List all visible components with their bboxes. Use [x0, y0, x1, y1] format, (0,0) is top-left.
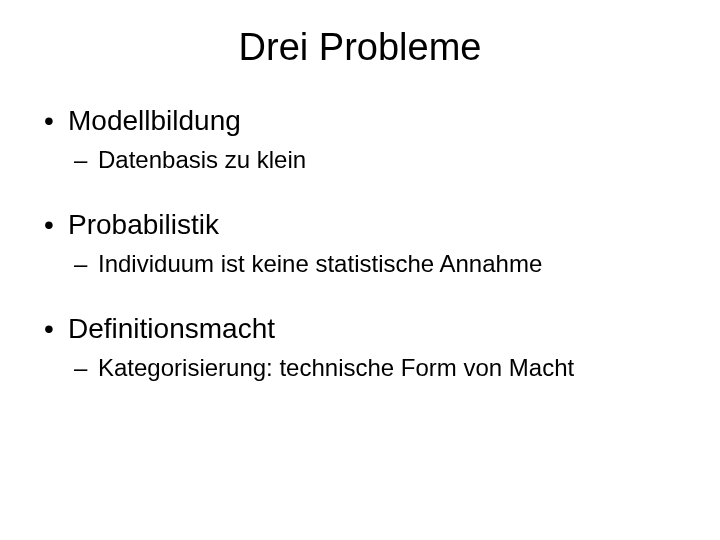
- list-item-label: Probabilistik: [68, 209, 219, 240]
- list-item: Modellbildung Datenbasis zu klein: [40, 103, 680, 175]
- sub-list-item: Kategorisierung: technische Form von Mac…: [68, 352, 680, 383]
- sub-list-item-label: Kategorisierung: technische Form von Mac…: [98, 354, 574, 381]
- slide-title: Drei Probleme: [40, 26, 680, 69]
- list-item-label: Modellbildung: [68, 105, 241, 136]
- sub-list: Kategorisierung: technische Form von Mac…: [68, 352, 680, 383]
- list-item: Probabilistik Individuum ist keine stati…: [40, 207, 680, 279]
- sub-list-item: Datenbasis zu klein: [68, 144, 680, 175]
- sub-list-item: Individuum ist keine statistische Annahm…: [68, 248, 680, 279]
- sub-list: Datenbasis zu klein: [68, 144, 680, 175]
- sub-list-item-label: Individuum ist keine statistische Annahm…: [98, 250, 542, 277]
- list-item: Definitionsmacht Kategorisierung: techni…: [40, 311, 680, 383]
- sub-list-item-label: Datenbasis zu klein: [98, 146, 306, 173]
- list-item-label: Definitionsmacht: [68, 313, 275, 344]
- bullet-list: Modellbildung Datenbasis zu klein Probab…: [40, 103, 680, 384]
- slide: Drei Probleme Modellbildung Datenbasis z…: [0, 0, 720, 540]
- sub-list: Individuum ist keine statistische Annahm…: [68, 248, 680, 279]
